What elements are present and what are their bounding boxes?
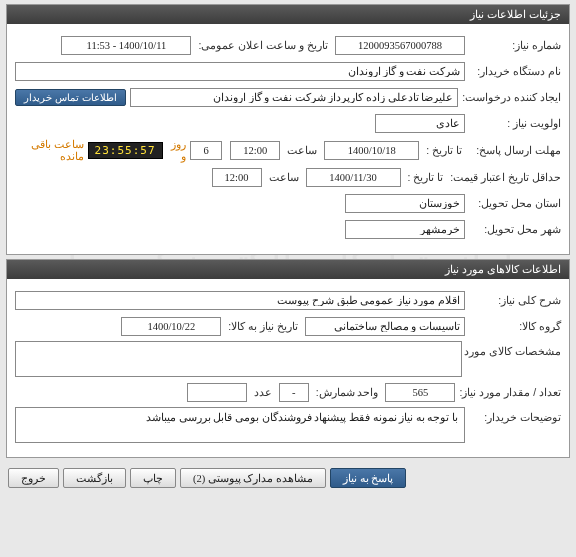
request-no-label: شماره نیاز:: [469, 39, 561, 51]
spec-label: مشخصات کالای مورد نیاز:: [466, 341, 561, 357]
buyer-label: نام دستگاه خریدار:: [469, 65, 561, 77]
priority-label: اولویت نیاز :: [469, 117, 561, 129]
back-button[interactable]: بازگشت: [63, 468, 126, 488]
exit-button[interactable]: خروج: [8, 468, 59, 488]
panel2-header: اطلاعات کالاهای مورد نیاز: [7, 260, 569, 279]
group-label: گروه کالا:: [469, 320, 561, 332]
to-date-label-2: تا تاریخ :: [405, 171, 447, 183]
need-date-label: تاریخ نیاز به کالا:: [225, 320, 301, 332]
respond-button[interactable]: پاسخ به نیاز: [330, 468, 406, 488]
deadline-time-field[interactable]: [230, 141, 280, 160]
unit-label: واحد شمارش:: [313, 386, 382, 398]
print-button[interactable]: چاپ: [130, 468, 176, 488]
need-date-field[interactable]: [121, 317, 221, 336]
days-field: [190, 141, 222, 160]
remaining-label: ساعت باقی مانده: [15, 138, 84, 162]
unit-field[interactable]: [279, 383, 309, 402]
city-label: شهر محل تحویل:: [469, 223, 561, 235]
creator-label: ایجاد کننده درخواست:: [462, 91, 561, 103]
days-label: روز و: [167, 138, 187, 162]
buyer-notes-textarea[interactable]: [15, 407, 465, 443]
price-valid-label: حداقل تاریخ اعتبار قیمت:: [450, 171, 561, 183]
priority-field[interactable]: [375, 114, 465, 133]
province-label: استان محل تحویل:: [469, 197, 561, 209]
spec-textarea[interactable]: [15, 341, 462, 377]
city-field[interactable]: [345, 220, 465, 239]
to-date-label: تا تاریخ :: [423, 144, 465, 156]
need-details-panel: جزئیات اطلاعات نیاز شماره نیاز: تاریخ و …: [6, 4, 570, 255]
action-button-bar: خروج بازگشت چاپ مشاهده مدارک پیوستی (2) …: [0, 462, 576, 494]
time-label-1: ساعت: [284, 144, 320, 156]
qty-label: تعداد / مقدار مورد نیاز:: [459, 386, 561, 398]
buyer-notes-label: توضیحات خریدار:: [469, 407, 561, 423]
announce-label: تاریخ و ساعت اعلان عمومی:: [195, 39, 331, 51]
province-field[interactable]: [345, 194, 465, 213]
countdown-timer: 23:55:57: [88, 142, 163, 159]
qty-field[interactable]: [385, 383, 455, 402]
unit-suffix: عدد: [251, 386, 275, 398]
deadline-label: مهلت ارسال پاسخ:: [469, 144, 561, 156]
request-no-field[interactable]: [335, 36, 465, 55]
unit-extra-field[interactable]: [187, 383, 247, 402]
goods-info-panel: اطلاعات کالاهای مورد نیاز شرح کلی نیاز: …: [6, 259, 570, 458]
panel1-header: جزئیات اطلاعات نیاز: [7, 5, 569, 24]
attachments-button[interactable]: مشاهده مدارک پیوستی (2): [180, 468, 326, 488]
group-field[interactable]: [305, 317, 465, 336]
deadline-date-field[interactable]: [324, 141, 419, 160]
desc-field[interactable]: [15, 291, 465, 310]
creator-field[interactable]: [130, 88, 459, 107]
buyer-field[interactable]: [15, 62, 465, 81]
price-valid-date-field[interactable]: [306, 168, 401, 187]
desc-label: شرح کلی نیاز:: [469, 294, 561, 306]
time-label-2: ساعت: [266, 171, 302, 183]
announce-field[interactable]: [61, 36, 191, 55]
contact-buyer-button[interactable]: اطلاعات تماس خریدار: [15, 89, 126, 106]
price-valid-time-field[interactable]: [212, 168, 262, 187]
